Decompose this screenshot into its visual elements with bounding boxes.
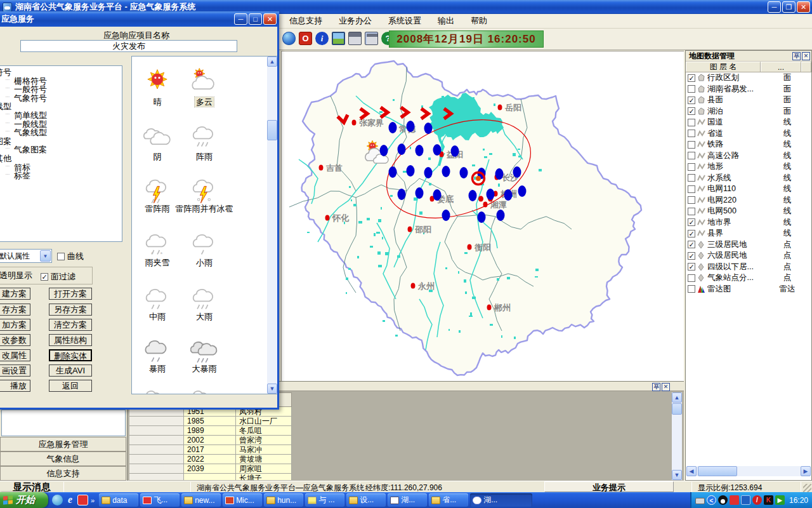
weather-symbol-label[interactable]: 多云 xyxy=(157,97,252,108)
tree-item[interactable]: 符号 xyxy=(0,68,122,77)
layer-row[interactable]: ✓湖泊面 xyxy=(686,106,811,117)
layer-row[interactable]: 高速公路线 xyxy=(686,150,811,162)
layer-checkbox[interactable] xyxy=(688,185,695,193)
menu-item[interactable]: 帮助 xyxy=(467,14,491,28)
weather-symbol-icon[interactable] xyxy=(143,122,171,150)
restore-button[interactable]: ❐ xyxy=(782,1,796,13)
layer-row[interactable]: 国道线 xyxy=(686,117,811,128)
weather-symbol-icon[interactable] xyxy=(190,230,218,258)
layer-row[interactable]: 湖南省易发...面 xyxy=(686,84,811,95)
weather-symbol-label[interactable]: 雷阵雨并有冰雹 xyxy=(157,203,252,215)
layer-row[interactable]: ✓六级居民地点 xyxy=(686,250,811,262)
scroll-up-icon[interactable]: ▲ xyxy=(672,392,682,403)
scheme-button[interactable]: 改参数 xyxy=(0,334,30,346)
scroll-down-icon[interactable]: ▼ xyxy=(672,470,682,480)
scheme-button[interactable]: 建方案 xyxy=(0,288,30,300)
scroll-thumb[interactable] xyxy=(267,120,277,140)
scheme-button[interactable]: 打开方案 xyxy=(49,288,92,300)
pin-icon[interactable]: 푸 xyxy=(792,52,801,60)
info-icon[interactable]: i xyxy=(315,32,329,45)
resize-grip[interactable] xyxy=(803,484,811,492)
weather-symbol-icon[interactable] xyxy=(143,384,171,394)
layer-checkbox[interactable]: ✓ xyxy=(688,263,695,271)
column-extra[interactable] xyxy=(801,62,811,72)
table-vscrollbar[interactable]: ▲ ▼ xyxy=(672,392,682,480)
ie-icon[interactable]: e xyxy=(65,495,75,505)
weather-symbol-label[interactable]: 小雨 xyxy=(157,257,252,269)
menu-item[interactable]: 业务办公 xyxy=(335,14,376,28)
taskbar-button[interactable]: 与 ... xyxy=(305,493,344,507)
weather-symbol-icon[interactable] xyxy=(143,67,171,95)
weather-symbol-label[interactable]: 大雨 xyxy=(157,311,252,323)
layer-checkbox[interactable] xyxy=(688,163,695,171)
scheme-button[interactable]: 改属性 xyxy=(0,349,30,361)
layer-row[interactable]: 电网220线 xyxy=(686,195,811,206)
layer-checkbox[interactable] xyxy=(688,130,695,137)
scheme-button[interactable]: 存方案 xyxy=(0,304,30,316)
layer-checkbox[interactable]: ✓ xyxy=(688,230,695,237)
close-icon[interactable]: ✕ xyxy=(662,383,670,391)
weather-symbol-icon[interactable] xyxy=(190,384,218,394)
layer-checkbox[interactable] xyxy=(688,85,695,93)
column-layer-name[interactable]: 图 层 名 xyxy=(686,62,761,72)
globe-icon[interactable] xyxy=(282,32,296,45)
symbol-vscrollbar[interactable]: ▲ ▼ xyxy=(267,57,277,394)
left-nav-item[interactable]: 气象信息 xyxy=(0,451,126,466)
pin-icon[interactable]: 푸 xyxy=(652,383,660,391)
layer-checkbox[interactable]: ✓ xyxy=(688,97,695,104)
table-row[interactable]: 2039周家咀 xyxy=(129,464,292,474)
table-row[interactable]: 1985水口山一厂 xyxy=(129,417,292,426)
layer-row[interactable]: 铁路线 xyxy=(686,139,811,150)
tree-item[interactable]: 线型 xyxy=(0,102,122,111)
tree-item[interactable]: 栅格符号 xyxy=(14,77,122,86)
layer-checkbox[interactable]: ✓ xyxy=(688,241,695,248)
scheme-button[interactable]: 画设置 xyxy=(0,364,30,377)
collapse-tray-icon[interactable]: < xyxy=(707,495,716,505)
default-attr-dropdown[interactable]: 改默认属性 ▼ xyxy=(0,249,52,263)
taskbar-button[interactable]: 湖... xyxy=(470,493,532,507)
dialog-titlebar[interactable]: 应急服务 ─ □ ✕ xyxy=(0,11,279,27)
weather-symbol-icon[interactable] xyxy=(190,67,218,95)
layers-hscrollbar[interactable]: ◀ ▶ xyxy=(686,466,811,476)
stop-icon[interactable]: O xyxy=(299,32,312,45)
layer-checkbox[interactable]: ✓ xyxy=(688,218,695,226)
layer-checkbox[interactable]: ✓ xyxy=(688,107,695,115)
scroll-down-icon[interactable]: ▼ xyxy=(267,384,277,394)
scheme-button[interactable]: 另存方案 xyxy=(49,304,92,316)
qq-tray-icon[interactable] xyxy=(718,495,728,505)
scheme-button[interactable]: 删除实体 xyxy=(49,349,92,361)
fetion-tray-icon[interactable] xyxy=(730,495,739,505)
table-row[interactable]: 长塘子 xyxy=(129,474,292,480)
tree-item[interactable]: 简单线型 xyxy=(14,111,122,120)
menu-item[interactable]: 信息支持 xyxy=(285,14,326,28)
scheme-button[interactable]: 属性结构 xyxy=(49,334,92,346)
overflow-chevron-icon[interactable]: » xyxy=(91,497,95,504)
layer-checkbox[interactable] xyxy=(688,152,695,159)
table-row[interactable]: 2002曾家湾 xyxy=(129,436,292,445)
table-row[interactable]: 2017马家冲 xyxy=(129,445,292,455)
layer-checkbox[interactable] xyxy=(688,285,695,293)
weather-symbol-icon[interactable]: ** xyxy=(143,230,171,258)
layer-row[interactable]: 地形线 xyxy=(686,161,811,173)
taskbar-button[interactable]: Mic... xyxy=(223,493,262,507)
weather-symbol-icon[interactable] xyxy=(143,337,171,364)
layer-checkbox[interactable] xyxy=(688,119,695,126)
mute-tray-icon[interactable]: / xyxy=(752,495,762,505)
weather-symbol-label[interactable]: 大暴雨 xyxy=(157,363,252,375)
layer-checkbox[interactable]: ✓ xyxy=(688,74,695,82)
close-button[interactable]: ✕ xyxy=(797,1,810,13)
layer-row[interactable]: ✓四级以下居...点 xyxy=(686,262,811,273)
app-tray-icon[interactable]: ▶ xyxy=(775,495,785,505)
antivirus-tray-icon[interactable]: K xyxy=(764,495,773,505)
menu-item[interactable]: 输出 xyxy=(434,14,458,28)
layer-checkbox[interactable] xyxy=(688,196,695,204)
taskbar-button[interactable]: data xyxy=(99,493,138,507)
image-icon[interactable] xyxy=(332,32,345,45)
layer-row[interactable]: ✓县界线 xyxy=(686,228,811,239)
business-hint[interactable]: 业务提示 xyxy=(544,481,674,492)
left-nav-item[interactable]: 信息支持 xyxy=(0,466,126,481)
tree-item[interactable]: 一般符号 xyxy=(14,85,122,94)
layer-row[interactable]: 气象站点分...点 xyxy=(686,272,811,284)
start-button[interactable]: 开始 xyxy=(0,492,48,508)
taskbar-button[interactable]: 湖... xyxy=(388,493,427,507)
